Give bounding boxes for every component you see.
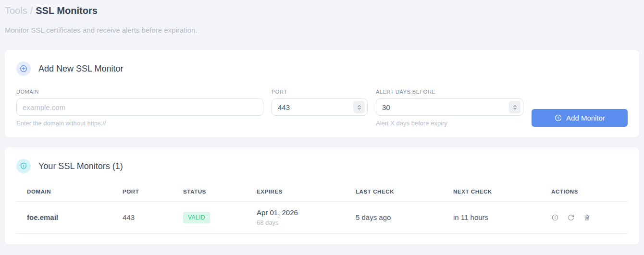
status-badge: VALID (183, 212, 210, 223)
domain-field-group: DOMAIN Enter the domain without https:// (16, 89, 263, 127)
col-header-status: STATUS (173, 185, 246, 202)
port-label: PORT (272, 89, 368, 95)
domain-helper-text: Enter the domain without https:// (16, 120, 263, 127)
refresh-icon (567, 214, 575, 221)
monitor-last-check: 5 days ago (345, 202, 443, 234)
col-header-port: PORT (112, 185, 173, 202)
alert-days-helper-text: Alert X days before expiry (376, 120, 523, 127)
breadcrumb-separator: / (30, 5, 33, 16)
monitor-port: 443 (112, 202, 173, 234)
monitors-card: Your SSL Monitors (1) DOMAIN PORT STATUS… (5, 147, 639, 244)
alert-days-label: ALERT DAYS BEFORE (376, 89, 523, 95)
monitor-domain: foe.email (16, 202, 112, 234)
port-field-group: PORT (272, 89, 368, 116)
col-header-domain: DOMAIN (16, 185, 112, 202)
add-monitor-card-header: Add New SSL Monitor (16, 61, 628, 76)
breadcrumb-tools-link[interactable]: Tools (5, 5, 27, 16)
add-monitor-card-title: Add New SSL Monitor (38, 64, 123, 74)
monitors-card-title: Your SSL Monitors (1) (38, 161, 123, 171)
col-header-last-check: LAST CHECK (345, 185, 443, 202)
table-row: foe.email 443 VALID Apr 01, 2026 68 days… (16, 202, 628, 234)
plus-circle-icon (16, 61, 31, 76)
table-header-row: DOMAIN PORT STATUS EXPIRES LAST CHECK NE… (16, 185, 628, 202)
alert-days-stepper chevron-up-down-icon[interactable] (509, 101, 520, 113)
monitor-next-check[interactable]: in 11 hours (443, 202, 541, 234)
alert-days-input[interactable] (376, 98, 523, 116)
monitor-expires-days: 68 days (257, 219, 345, 226)
row-actions (551, 214, 628, 221)
info-button[interactable] (551, 214, 559, 221)
monitors-card-header: Your SSL Monitors (1) (16, 159, 628, 173)
add-monitor-form: DOMAIN Enter the domain without https://… (16, 89, 628, 127)
breadcrumb: Tools/SSL Monitors (5, 4, 639, 17)
col-header-actions: ACTIONS (541, 185, 628, 202)
page-title: SSL Monitors (36, 5, 98, 16)
trash-icon (583, 214, 591, 221)
port-stepper chevron-up-down-icon[interactable] (353, 101, 365, 113)
col-header-next-check: NEXT CHECK (443, 185, 541, 202)
delete-button[interactable] (583, 214, 591, 221)
add-monitor-card: Add New SSL Monitor DOMAIN Enter the dom… (5, 50, 639, 137)
add-monitor-button-label: Add Monitor (566, 114, 605, 122)
domain-label: DOMAIN (16, 89, 263, 95)
monitors-table: DOMAIN PORT STATUS EXPIRES LAST CHECK NE… (16, 185, 628, 234)
page-subtitle: Monitor SSL certificates and receive ale… (5, 26, 639, 34)
ssl-monitors-page: Tools/SSL Monitors Monitor SSL certifica… (0, 0, 644, 244)
info-icon (551, 214, 559, 221)
shield-icon (16, 159, 31, 173)
alert-days-field-group: ALERT DAYS BEFORE Alert X days before ex… (376, 89, 523, 127)
monitor-expires-date: Apr 01, 2026 (257, 208, 345, 217)
plus-circle-icon (554, 114, 562, 122)
refresh-button[interactable] (567, 214, 575, 221)
domain-input[interactable] (16, 98, 263, 116)
col-header-expires: EXPIRES (246, 185, 345, 202)
add-monitor-button[interactable]: Add Monitor (532, 109, 628, 127)
